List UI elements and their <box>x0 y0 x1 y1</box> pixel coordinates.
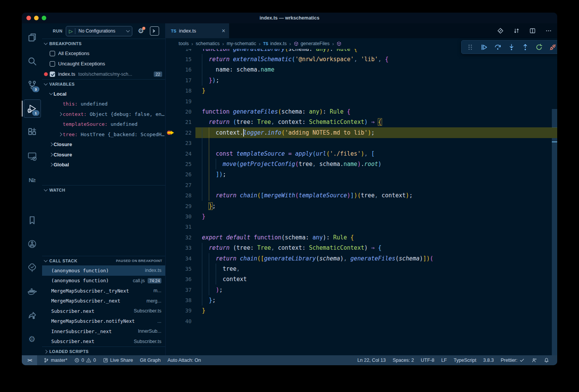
code-line-20[interactable]: 20function generateFiles(schema: any): R… <box>166 106 557 117</box>
step-into-button[interactable] <box>506 42 517 52</box>
activity-item-source-control[interactable]: 3 <box>22 75 42 94</box>
breakpoint-margin[interactable] <box>166 96 176 106</box>
code-line-39[interactable]: 39} <box>166 306 557 316</box>
breadcrumb-item[interactable]: generateFiles <box>294 41 330 46</box>
breakpoint-margin[interactable] <box>166 54 176 64</box>
status-cursor-position[interactable]: Ln 22, Col 13 <box>354 355 389 365</box>
code-line-30[interactable]: 30} <box>166 211 557 221</box>
call-stack-header[interactable]: CALL STACK PAUSED ON BREAKPOINT <box>42 256 165 265</box>
call-stack-frame[interactable]: Subscriber.nextSubscriber.ts <box>42 306 165 316</box>
code-line-26[interactable]: 26 ]); <box>166 169 557 180</box>
continue-button[interactable] <box>478 42 489 52</box>
loaded-scripts-header[interactable]: LOADED SCRIPTS <box>42 347 165 355</box>
breakpoint-margin[interactable] <box>166 253 176 264</box>
breadcrumb-item[interactable]: schematics <box>196 41 220 46</box>
status-ts-version[interactable]: 3.8.3 <box>480 355 497 365</box>
code-line-35[interactable]: 35 tree, <box>166 264 557 274</box>
launch-config-dropdown[interactable]: ▷ No Configurations <box>66 26 132 36</box>
open-changes-button[interactable] <box>497 28 504 34</box>
breakpoint-margin[interactable] <box>166 201 176 211</box>
breakpoint-margin[interactable] <box>166 180 176 190</box>
code-line-15[interactable]: 15 return externalSchematic('@nrwl/works… <box>166 54 557 64</box>
start-debug-icon[interactable]: ▷ <box>69 28 73 34</box>
code-line-18[interactable]: 18} <box>166 86 557 96</box>
breakpoint-margin[interactable] <box>166 264 176 274</box>
breakpoint-margin[interactable] <box>166 190 176 200</box>
step-out-button[interactable] <box>520 42 530 52</box>
more-actions-button[interactable] <box>545 28 552 34</box>
breakpoint-margin[interactable] <box>166 75 176 85</box>
breakpoint-margin[interactable] <box>166 316 176 326</box>
activity-item-search[interactable] <box>22 52 42 71</box>
call-stack-frame[interactable]: MergeMapSubscriber.notifyNext... <box>42 316 165 327</box>
status-prettier[interactable]: Prettier: <box>497 355 528 365</box>
code-line-36[interactable]: 36 context <box>166 274 557 285</box>
code-line-17[interactable]: 17 }); <box>166 75 557 85</box>
activity-item-git-history[interactable] <box>22 234 42 254</box>
activity-item-explorer[interactable] <box>22 28 42 47</box>
tab-index-ts[interactable]: TS index.ts × <box>166 23 229 38</box>
breakpoint-checkbox[interactable] <box>50 61 55 67</box>
split-editor-button[interactable] <box>529 28 536 34</box>
status-auto-attach[interactable]: Auto Attach: On <box>164 355 205 365</box>
breakpoint-margin[interactable] <box>166 222 176 232</box>
breakpoint-margin[interactable] <box>166 106 176 117</box>
status-notifications[interactable] <box>540 355 553 365</box>
close-window-button[interactable] <box>26 16 31 20</box>
code-line-31[interactable]: 31 <box>166 222 557 232</box>
code-editor[interactable]: 14function generateLibrary(schema: any):… <box>166 49 557 355</box>
breakpoint-checkbox[interactable] <box>50 51 55 56</box>
activity-item-live-share[interactable] <box>22 306 42 325</box>
toggle-changes-button[interactable] <box>513 28 520 34</box>
code-line-24[interactable]: 24 const templateSource = apply(url('./f… <box>166 148 557 159</box>
activity-item-run-and-debug[interactable]: 1 <box>22 99 42 118</box>
zoom-window-button[interactable] <box>42 16 46 20</box>
breakpoint-margin[interactable] <box>166 49 176 54</box>
call-stack-frame[interactable]: (anonymous function)call.js74:24 <box>42 276 165 286</box>
activity-item-remote-explorer[interactable] <box>22 146 42 166</box>
breadcrumb-item[interactable] <box>337 41 343 46</box>
code-line-16[interactable]: 16 name: schema.name <box>166 65 557 75</box>
activity-item-nx-console[interactable]: N≥ <box>22 170 42 189</box>
breakpoint-row[interactable]: index.tstools/schematics/my-sch...22 <box>42 69 165 79</box>
code-line-34[interactable]: 34 return chain([generateLibrary(schema)… <box>166 253 557 264</box>
variable-row[interactable]: templateSource: undefined <box>42 119 165 130</box>
breadcrumb-item[interactable]: TSindex.ts <box>263 41 287 46</box>
status-git-branch[interactable]: master* <box>40 355 71 365</box>
breakpoint-margin[interactable] <box>166 295 176 305</box>
breakpoint-margin[interactable] <box>166 169 176 180</box>
call-stack-frame[interactable]: MergeMapSubscriber._tryNextm... <box>42 286 165 296</box>
variable-row[interactable]: Global <box>42 160 165 170</box>
breakpoint-margin[interactable] <box>166 138 176 148</box>
variable-row[interactable]: context: Object {debug: false, en… <box>42 109 165 119</box>
call-stack-frame[interactable]: MergeMapSubscriber._nextmerg... <box>42 296 165 306</box>
code-line-37[interactable]: 37 ); <box>166 285 557 295</box>
variable-row[interactable]: this: undefined <box>42 99 165 109</box>
code-line-22[interactable]: 22 context.logger.info('adding NOTES.md … <box>166 127 557 138</box>
code-line-27[interactable]: 27 <box>166 180 557 190</box>
minimize-window-button[interactable] <box>34 16 39 20</box>
variables-header[interactable]: VARIABLES <box>42 80 165 89</box>
code-line-23[interactable]: 23 <box>166 138 557 148</box>
status-eol[interactable]: LF <box>438 355 451 365</box>
code-line-33[interactable]: 33 return (tree: Tree, context: Schemati… <box>166 242 557 253</box>
breakpoint-row[interactable]: Uncaught Exceptions <box>42 59 165 69</box>
activity-item-test-explorer[interactable] <box>22 258 42 277</box>
overview-ruler[interactable] <box>552 49 557 355</box>
breakpoint-margin[interactable] <box>166 285 176 295</box>
breakpoint-row[interactable]: All Exceptions <box>42 48 165 59</box>
code-line-40[interactable]: 40 <box>166 316 557 326</box>
breakpoint-margin[interactable] <box>166 117 176 127</box>
status-indentation[interactable]: Spaces: 2 <box>389 355 418 365</box>
breakpoint-checkbox[interactable] <box>50 72 55 77</box>
code-line-25[interactable]: 25 move(getProjectConfig(tree, schema.na… <box>166 159 557 169</box>
code-line-29[interactable]: 29 }; <box>166 201 557 211</box>
breakpoint-margin[interactable] <box>166 242 176 253</box>
activity-item-extensions[interactable] <box>22 123 42 142</box>
breakpoint-margin[interactable] <box>166 232 176 242</box>
breakpoint-margin[interactable] <box>166 306 176 316</box>
breadcrumb-item[interactable]: my-schematic <box>227 41 256 46</box>
breadcrumb-item[interactable]: tools <box>179 41 189 46</box>
status-encoding[interactable]: UTF-8 <box>417 355 438 365</box>
drag-handle[interactable] <box>465 42 475 52</box>
